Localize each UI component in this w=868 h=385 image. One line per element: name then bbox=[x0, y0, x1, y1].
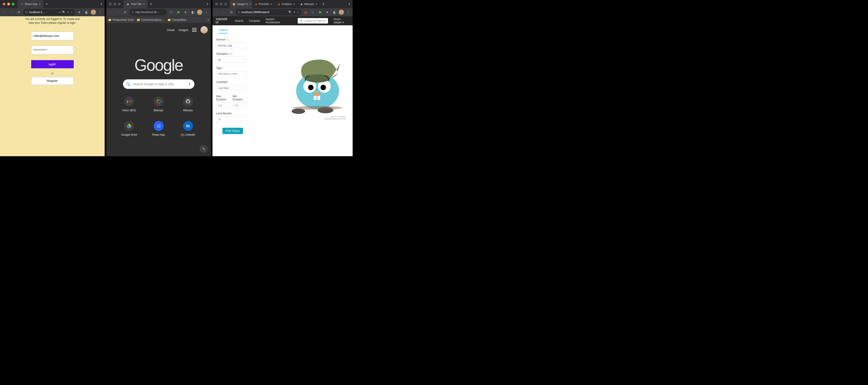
login-button[interactable]: Login ↖ bbox=[31, 60, 74, 68]
extension-icon[interactable]: ✱ bbox=[175, 9, 182, 16]
trace-id-search[interactable]: 🔍 bbox=[298, 18, 328, 24]
extension-icon[interactable]: ✱ bbox=[317, 9, 323, 16]
bookmark-folder[interactable]: 📁Competition bbox=[167, 18, 186, 22]
close-tab-icon[interactable]: × bbox=[143, 2, 145, 6]
about-jaeger-link[interactable]: About Jaeger ▾ bbox=[333, 18, 349, 24]
share-icon[interactable]: ⇧ bbox=[293, 11, 296, 14]
extension-icon[interactable]: G bbox=[168, 9, 174, 16]
search-icon[interactable]: 🔍 bbox=[288, 11, 292, 14]
nav-search[interactable]: Search bbox=[235, 19, 243, 22]
tab-jaeger[interactable]: 🐹 Jaeger U × bbox=[230, 0, 252, 8]
forward-button[interactable]: → bbox=[8, 9, 15, 16]
menu-icon[interactable]: ⋮ bbox=[203, 9, 210, 16]
shortcut-bitloops[interactable]: Bitloops bbox=[151, 96, 166, 112]
search-tab[interactable]: Search bbox=[219, 28, 228, 33]
back-button[interactable]: ← bbox=[107, 9, 114, 16]
reload-button[interactable]: ⟳ bbox=[228, 9, 235, 16]
nav-architecture[interactable]: System Architecture bbox=[266, 18, 287, 24]
search-box[interactable]: 🔍 Search Google or type a URL bbox=[123, 79, 194, 89]
bookmarks-overflow[interactable]: » bbox=[208, 18, 209, 22]
chevron-left-icon[interactable]: ‹ bbox=[216, 30, 217, 32]
extension-icon[interactable]: G bbox=[310, 9, 316, 16]
email-field[interactable] bbox=[31, 32, 74, 40]
max-duration-input[interactable] bbox=[216, 102, 230, 108]
apps-icon[interactable] bbox=[192, 28, 196, 32]
sidepanel-icon[interactable]: ◧ bbox=[84, 9, 90, 16]
bookmark-icon[interactable]: ☆ bbox=[70, 11, 73, 14]
find-traces-button[interactable]: Find Traces bbox=[222, 128, 243, 134]
nav-compare[interactable]: Compare bbox=[249, 19, 260, 22]
close-window-icon[interactable] bbox=[215, 3, 218, 5]
key-icon[interactable]: ⊸ bbox=[59, 11, 61, 14]
forward-button[interactable]: → bbox=[115, 9, 121, 16]
limit-input[interactable] bbox=[216, 116, 247, 122]
shortcut-react-app[interactable]: ☑ React App bbox=[151, 121, 166, 136]
password-field[interactable] bbox=[31, 46, 74, 54]
close-tab-icon[interactable]: × bbox=[315, 2, 317, 6]
maximize-window-icon[interactable] bbox=[224, 3, 227, 5]
reload-button[interactable]: ⟳ bbox=[16, 9, 22, 16]
tags-input[interactable] bbox=[216, 71, 247, 77]
address-bar[interactable]: ⓘ localhost:16686/search 🔍 ⇧ ☆ bbox=[236, 9, 302, 16]
service-select[interactable]: bitloops_app⌄ bbox=[216, 42, 247, 48]
lookback-select[interactable]: Last Hour⌄ bbox=[216, 85, 247, 91]
close-window-icon[interactable] bbox=[3, 3, 5, 5]
account-avatar[interactable] bbox=[200, 26, 208, 33]
address-bar[interactable]: ⓘ localhost:3… ⊸ 🔍 ⇧ ☆ bbox=[23, 9, 75, 16]
profile-avatar[interactable] bbox=[339, 9, 344, 15]
menu-icon[interactable]: ⋮ bbox=[97, 9, 103, 16]
extensions-icon[interactable]: ✦ bbox=[76, 9, 83, 16]
bookmark-icon[interactable]: ☆ bbox=[297, 11, 299, 14]
bookmark-folder[interactable]: 📁Productivity Tools bbox=[108, 18, 133, 22]
chevron-right-icon[interactable]: › bbox=[230, 30, 230, 32]
shortcut-inbox[interactable]: Inbox (802) bbox=[121, 96, 137, 112]
sidepanel-icon[interactable]: ◧ bbox=[190, 9, 196, 16]
search-icon[interactable]: 🔍 bbox=[62, 11, 66, 14]
shortcut-bitloops-gh[interactable]: Bitloops bbox=[180, 96, 196, 112]
bookmark-folder[interactable]: 📁Communications… bbox=[137, 18, 164, 22]
min-duration-input[interactable] bbox=[232, 102, 247, 108]
trace-id-input[interactable] bbox=[304, 20, 326, 22]
address-bar[interactable]: ☑ http://localhost:30… bbox=[129, 9, 167, 16]
tab-list-dropdown[interactable]: ▾ bbox=[346, 2, 352, 6]
operation-select[interactable]: all⌄ bbox=[216, 57, 247, 62]
tab-list-dropdown[interactable]: ▾ bbox=[98, 2, 105, 6]
tab-grafana[interactable]: ◉ Grafana × bbox=[275, 0, 298, 8]
back-button[interactable]: ← bbox=[1, 9, 8, 16]
extensions-icon[interactable]: ✦ bbox=[182, 9, 189, 16]
tab-github[interactable]: ◉ bitloops/ × bbox=[298, 0, 320, 8]
reload-button[interactable]: ⟳ bbox=[122, 9, 128, 16]
images-link[interactable]: Images bbox=[179, 28, 188, 32]
profile-avatar[interactable] bbox=[197, 9, 202, 15]
shortcut-drive[interactable]: Google Drive bbox=[121, 121, 137, 136]
new-tab-button[interactable]: + bbox=[320, 2, 327, 6]
help-icon[interactable]: ? bbox=[223, 67, 224, 69]
mic-icon[interactable] bbox=[188, 82, 191, 86]
tab-new-tab[interactable]: ◉ New Tab × bbox=[123, 0, 148, 8]
menu-icon[interactable]: ⋮ bbox=[345, 9, 351, 16]
extensions-icon[interactable]: ✦ bbox=[324, 9, 331, 16]
maximize-window-icon[interactable] bbox=[118, 3, 121, 5]
extension-icon[interactable]: ▦ bbox=[303, 9, 309, 16]
minimize-window-icon[interactable] bbox=[7, 3, 10, 5]
minimize-window-icon[interactable] bbox=[114, 3, 116, 5]
shortcut-linkedin[interactable]: in (1) LinkedIn bbox=[180, 121, 196, 136]
sidepanel-icon[interactable]: ◧ bbox=[331, 9, 338, 16]
close-tab-icon[interactable]: × bbox=[270, 2, 272, 6]
close-tab-icon[interactable]: × bbox=[293, 2, 295, 6]
tab-prometheus[interactable]: ◉ Prometh × bbox=[252, 0, 275, 8]
close-tab-icon[interactable]: × bbox=[39, 2, 40, 6]
tab-list-dropdown[interactable]: ▾ bbox=[204, 2, 211, 6]
customize-button[interactable]: ✎ bbox=[199, 145, 208, 153]
close-window-icon[interactable] bbox=[109, 3, 112, 5]
back-button[interactable]: ← bbox=[214, 9, 220, 16]
tab-react-app[interactable]: ☑ React App × bbox=[17, 0, 43, 8]
maximize-window-icon[interactable] bbox=[12, 3, 14, 5]
gmail-link[interactable]: Gmail bbox=[167, 28, 175, 32]
new-tab-button[interactable]: + bbox=[43, 2, 51, 6]
register-button[interactable]: Register bbox=[31, 77, 74, 85]
forward-button[interactable]: → bbox=[221, 9, 227, 16]
new-tab-button[interactable]: + bbox=[148, 2, 155, 6]
minimize-window-icon[interactable] bbox=[220, 3, 222, 5]
close-tab-icon[interactable]: × bbox=[249, 2, 251, 6]
